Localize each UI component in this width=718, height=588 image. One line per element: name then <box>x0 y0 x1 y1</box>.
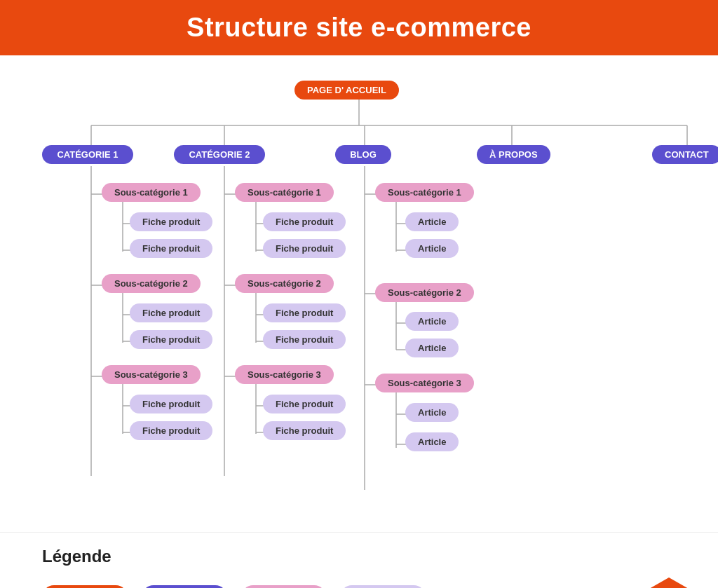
cat1-sub3: Sous-catégorie 3 <box>102 365 201 384</box>
legend-items: Niveau 1 Niveau 2 Niveau 3 Niveau 4 D <box>42 576 690 588</box>
cat2-node: CATÉGORIE 2 <box>174 145 265 164</box>
cat1-sub2: Sous-catégorie 2 <box>102 274 201 293</box>
blog-sub3-art1: Article <box>405 403 459 422</box>
legend-niveau4: Niveau 4 <box>340 585 426 588</box>
blog-sub2: Sous-catégorie 2 <box>375 283 474 302</box>
connector-lines <box>21 69 697 518</box>
cat1-sub1-prod1: Fiche produit <box>130 212 212 231</box>
tree-wrapper: PAGE D' ACCUEIL CATÉGORIE 1 CATÉGORIE 2 … <box>21 69 697 518</box>
blog-sub3: Sous-catégorie 3 <box>375 374 474 392</box>
legend-niveau2: Niveau 2 <box>142 585 227 588</box>
cat1-sub3-prod1: Fiche produit <box>130 395 212 413</box>
cat2-sub3-prod1: Fiche produit <box>263 395 346 413</box>
cat2-sub1-prod2: Fiche produit <box>263 239 346 258</box>
cat1-sub2-prod2: Fiche produit <box>130 330 212 349</box>
cat1-sub1-prod2: Fiche produit <box>130 239 212 258</box>
cat2-sub1-prod1: Fiche produit <box>263 212 346 231</box>
cat1-sub2-prod1: Fiche produit <box>130 303 212 322</box>
blog-node: BLOG <box>335 145 391 164</box>
page-header: Structure site e-commerce <box>0 0 718 55</box>
cat2-sub3: Sous-catégorie 3 <box>235 365 334 384</box>
root-node: PAGE D' ACCUEIL <box>294 81 399 100</box>
cat2-sub2: Sous-catégorie 2 <box>235 274 334 293</box>
cat1-sub1: Sous-catégorie 1 <box>102 183 201 202</box>
cat1-sub3-prod2: Fiche produit <box>130 421 212 440</box>
contact-node: CONTACT <box>652 145 718 164</box>
blog-sub2-art2: Article <box>405 339 459 357</box>
cat1-node: CATÉGORIE 1 <box>42 145 133 164</box>
blog-sub2-art1: Article <box>405 312 459 331</box>
legend: Légende Niveau 1 Niveau 2 Niveau 3 Nivea… <box>0 532 718 588</box>
svg-marker-46 <box>649 577 689 588</box>
cat2-sub3-prod2: Fiche produit <box>263 421 346 440</box>
legend-niveau3: Niveau 3 <box>241 585 327 588</box>
blog-sub1-art2: Article <box>405 239 459 258</box>
logo-d: D <box>648 576 690 588</box>
cat2-sub2-prod1: Fiche produit <box>263 303 346 322</box>
blog-sub3-art2: Article <box>405 432 459 451</box>
cat2-sub2-prod2: Fiche produit <box>263 330 346 349</box>
legend-niveau1: Niveau 1 <box>42 585 128 588</box>
legend-title: Légende <box>42 547 690 566</box>
page-title: Structure site e-commerce <box>0 13 718 43</box>
cat2-sub1: Sous-catégorie 1 <box>235 183 334 202</box>
apropos-node: À PROPOS <box>477 145 550 164</box>
blog-sub1-art1: Article <box>405 212 459 231</box>
diagram-area: PAGE D' ACCUEIL CATÉGORIE 1 CATÉGORIE 2 … <box>0 55 718 525</box>
blog-sub1: Sous-catégorie 1 <box>375 183 474 202</box>
